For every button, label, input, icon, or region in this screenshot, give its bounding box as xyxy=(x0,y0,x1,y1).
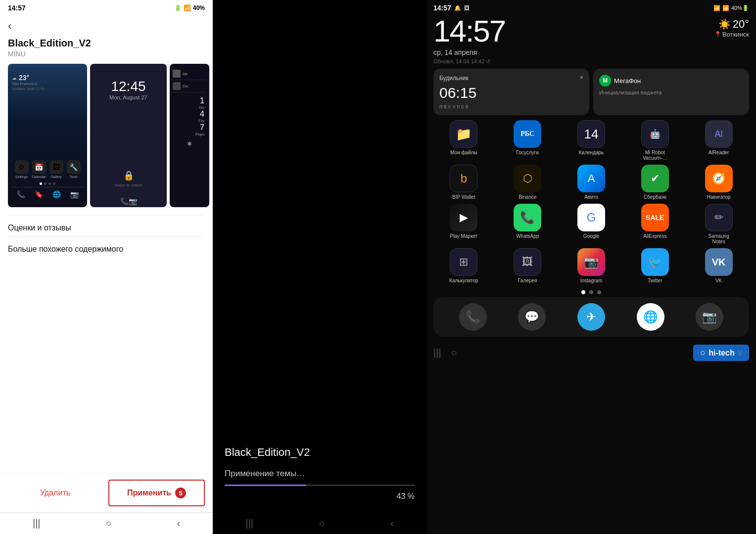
page-dots xyxy=(426,287,756,297)
p3-clock-row: 14:57 ☀️ 20° 📍 Воткинск xyxy=(426,14,756,46)
dot-3 xyxy=(597,290,601,294)
calc-icon: ⊞ xyxy=(450,248,477,276)
p2-nav: ||| ○ ‹ xyxy=(213,513,426,534)
dock-telegram[interactable]: ✈ xyxy=(577,303,605,331)
app-whatsapp[interactable]: 📞 WhatsApp xyxy=(497,204,558,244)
delete-button[interactable]: Удалить xyxy=(8,482,102,504)
dock-messages[interactable]: 💬 xyxy=(518,303,546,331)
app-mirobot[interactable]: 🤖 Mi Robot Vacuum-… xyxy=(624,120,685,161)
app-binance[interactable]: ⬡ Binance xyxy=(497,165,558,200)
section-more[interactable]: Больше похожего содержимого xyxy=(0,237,213,258)
megafon-widget[interactable]: M МегаФон Инициализация виджета xyxy=(593,69,749,115)
p3-weather: ☀️ 20° 📍 Воткинск xyxy=(714,16,749,38)
p3-status-left: 14:57 🔔 🖼 xyxy=(433,4,470,12)
section-ratings[interactable]: Оценки и отзывы xyxy=(0,216,213,236)
navi-label: Навигатор xyxy=(707,194,731,200)
p2-content: Black_Edition_V2 Применение темы… 43 % xyxy=(213,0,426,513)
app-sber[interactable]: ✔ СберБанк xyxy=(624,165,685,200)
calendar-icon: 14 xyxy=(577,120,605,148)
whatsapp-label: WhatsApp xyxy=(516,233,539,239)
preview-home[interactable]: ☁ 23° San Francisco Updated 24/09 12:45 … xyxy=(8,64,87,207)
panel-theme-detail: 14:57 🔋 📶 40% ‹ Black_Edition_V2 MINU ☁ … xyxy=(0,0,213,534)
vk-label: VK xyxy=(715,278,722,283)
binance-icon: ⬡ xyxy=(514,165,541,192)
megafon-icon: M xyxy=(599,75,611,87)
avito-label: Авито xyxy=(584,194,598,200)
app-twitter[interactable]: 🐦 Twitter xyxy=(624,248,685,283)
p2-nav-home[interactable]: ○ xyxy=(319,518,325,529)
app-vk[interactable]: VK VK xyxy=(688,248,749,283)
megafon-header: M МегаФон xyxy=(599,75,743,87)
app-google[interactable]: G Google xyxy=(561,204,622,244)
panel-homescreen: 14:57 🔔 🖼 📶 📶 40%🔋 14:57 ☀️ 20° 📍 Воткин… xyxy=(426,0,756,534)
app-navi[interactable]: 🧭 Навигатор xyxy=(688,165,749,200)
dot-2 xyxy=(589,290,593,294)
bip-label: BIP Wallet xyxy=(452,194,475,200)
app-alreader[interactable]: Al AlReader xyxy=(688,120,749,161)
apps-row1: 📁 Мои файлы РБС Госуслуги 14 Календарь 🤖… xyxy=(426,120,756,165)
alreader-label: AlReader xyxy=(709,150,729,155)
dock-camera[interactable]: 📷 xyxy=(696,303,723,331)
p1-nav-back[interactable]: ‹ xyxy=(177,518,180,529)
p2-nav-menu[interactable]: ||| xyxy=(245,518,253,529)
dock-phone[interactable]: 📞 xyxy=(459,303,487,331)
app-gosuslugi[interactable]: РБС Госуслуги xyxy=(497,120,558,161)
apply-label: Применить xyxy=(127,489,171,497)
apply-badge: 5 xyxy=(175,488,186,498)
p1-battery: 🔋 xyxy=(174,4,182,11)
thumb2-time: 12:45 xyxy=(109,79,147,94)
twitter-icon: 🐦 xyxy=(641,248,669,276)
app-my-files[interactable]: 📁 Мои файлы xyxy=(433,120,494,161)
preview-list[interactable]: Ale Chr 1 Go 4 Chi 7 Pops ✱ xyxy=(170,64,209,207)
instagram-icon: 📷 xyxy=(577,248,605,276)
alarm-close-icon[interactable]: ✕ xyxy=(579,75,583,82)
preview-lock[interactable]: 12:45 Mon, August 27 🔒 Swipe to unlock 📞… xyxy=(90,64,167,207)
app-avito[interactable]: A Авито xyxy=(561,165,622,200)
alarm-widget[interactable]: Будильник ✕ 06:15 п в с ч п с в xyxy=(433,69,589,115)
status-bar-panel1: 14:57 🔋 📶 40% xyxy=(0,0,213,16)
instagram-label: Instagram xyxy=(580,278,602,283)
p3-temperature: 20° xyxy=(733,18,749,31)
p1-battery-pct: 40% xyxy=(193,4,205,11)
alarm-days: п в с ч п с в xyxy=(439,103,583,109)
apps-row2: b BIP Wallet ⬡ Binance A Авито ✔ СберБан… xyxy=(426,165,756,204)
app-bip[interactable]: b BIP Wallet xyxy=(433,165,494,200)
hitech-badge[interactable]: ○ hi-tech V xyxy=(693,345,749,361)
megafon-name: МегаФон xyxy=(614,77,641,85)
p2-applying-label: Применение темы… xyxy=(225,469,415,479)
app-ali[interactable]: SALE AliExpress xyxy=(624,204,685,244)
thumb2-bottom: 📞 📷 xyxy=(116,195,141,207)
app-samsung-notes[interactable]: ✏ Samsung Notes xyxy=(688,204,749,244)
calendar-label: Календарь xyxy=(579,150,604,155)
dock-phone-icon: 📞 xyxy=(459,303,487,331)
p1-nav-home[interactable]: ○ xyxy=(105,518,111,529)
p1-nav-menu[interactable]: ||| xyxy=(33,518,41,529)
p3-widgets: Будильник ✕ 06:15 п в с ч п с в M МегаФо… xyxy=(426,69,756,120)
avito-icon: A xyxy=(577,165,605,192)
sber-icon: ✔ xyxy=(641,165,669,192)
p3-nav-home[interactable]: ○ xyxy=(451,347,457,358)
dot-1 xyxy=(581,290,585,294)
theme-author: MINU xyxy=(8,50,205,58)
app-calc[interactable]: ⊞ Калькулятор xyxy=(433,248,494,283)
p3-sound-icon: 🔔 xyxy=(454,5,461,11)
back-button[interactable]: ‹ xyxy=(8,20,11,33)
app-instagram[interactable]: 📷 Instagram xyxy=(561,248,622,283)
alarm-widget-title: Будильник ✕ xyxy=(439,75,583,82)
app-play[interactable]: ▶ Play Маркет xyxy=(433,204,494,244)
gosuslugi-icon: РБС xyxy=(514,120,541,148)
p3-status-icons: 📶 📶 40%🔋 xyxy=(713,5,749,11)
apply-button[interactable]: Применить 5 xyxy=(108,480,205,506)
p3-update: Обновл. 14.04 14:42 ↺ xyxy=(426,58,756,69)
mirobot-icon: 🤖 xyxy=(641,120,669,148)
p1-time: 14:57 xyxy=(8,4,26,12)
p3-signal-icon: 📶 xyxy=(722,5,729,11)
progress-bar-fill xyxy=(225,485,306,486)
dock-chrome[interactable]: 🌐 xyxy=(637,303,664,331)
p3-nav-menu[interactable]: ||| xyxy=(433,347,441,358)
app-gallery[interactable]: 🖼 Галерея xyxy=(497,248,558,283)
navi-icon: 🧭 xyxy=(705,165,733,192)
p2-nav-back[interactable]: ‹ xyxy=(390,518,394,529)
hitech-vk-icon: V xyxy=(738,349,742,357)
app-calendar[interactable]: 14 Календарь xyxy=(561,120,622,161)
